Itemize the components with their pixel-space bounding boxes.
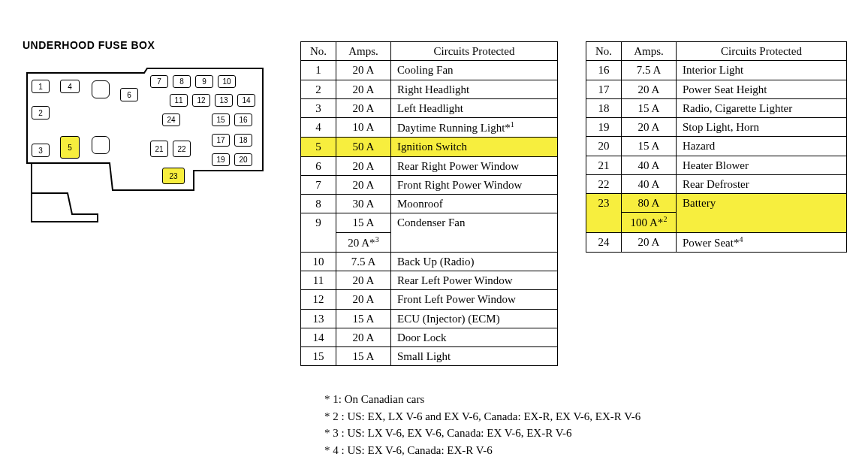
diagram-fuse-20: 20 bbox=[234, 153, 252, 166]
cell-circuit: Small Light bbox=[391, 347, 558, 366]
cell-no: 6 bbox=[301, 156, 336, 175]
cell-circuit: Moonroof bbox=[391, 195, 558, 213]
diagram-fuse-4: 4 bbox=[60, 80, 80, 93]
col-amps: Amps. bbox=[336, 42, 391, 61]
table-row: 167.5 AInterior Light bbox=[586, 61, 847, 80]
table-row: 2240 ARear Defroster bbox=[586, 174, 847, 193]
footnote-line: * 1: On Canadian cars bbox=[324, 391, 640, 408]
cell-no: 11 bbox=[301, 271, 336, 290]
cell-no: 16 bbox=[586, 61, 622, 80]
diagram-fuse-10: 10 bbox=[218, 75, 236, 88]
cell-amps: 20 A bbox=[336, 98, 391, 117]
diagram-fuse-17: 17 bbox=[212, 134, 230, 147]
cell-no: 17 bbox=[586, 80, 622, 98]
cell-amps: 40 A bbox=[622, 174, 677, 193]
diagram-fuse-16: 16 bbox=[234, 113, 252, 126]
table-row: 1815 ARadio, Cigarette Lighter bbox=[586, 98, 847, 117]
col-circuits: Circuits Protected bbox=[391, 42, 558, 61]
diagram-fuse-13: 13 bbox=[215, 94, 233, 107]
diagram-fuse-12: 12 bbox=[192, 94, 210, 107]
table-row: 320 ALeft Headlight bbox=[301, 98, 558, 117]
cell-no: 9 bbox=[301, 213, 336, 253]
cell-amps: 10 A bbox=[336, 118, 391, 138]
cell-no: 1 bbox=[301, 61, 336, 80]
cell-circuit: Rear Right Power Window bbox=[391, 156, 558, 175]
cell-no: 24 bbox=[586, 232, 622, 252]
cell-amps: 20 A bbox=[336, 156, 391, 175]
col-amps: Amps. bbox=[622, 42, 677, 61]
cell-circuit: Interior Light bbox=[677, 61, 847, 80]
cell-no: 10 bbox=[301, 252, 336, 271]
cell-amps: 20 A bbox=[336, 80, 391, 98]
cell-circuit: Cooling Fan bbox=[391, 61, 558, 80]
table-row: 620 ARear Right Power Window bbox=[301, 156, 558, 175]
table-row: 1315 AECU (Injector) (ECM) bbox=[301, 309, 558, 328]
cell-no: 20 bbox=[586, 137, 622, 156]
col-circuits: Circuits Protected bbox=[677, 42, 847, 61]
table-row: 2140 AHeater Blower bbox=[586, 156, 847, 174]
cell-no: 14 bbox=[301, 328, 336, 346]
cell-amps: 30 A bbox=[336, 195, 391, 213]
cell-amps: 7.5 A bbox=[336, 252, 391, 271]
cell-no: 22 bbox=[586, 174, 622, 193]
table-row: 1720 APower Seat Height bbox=[586, 80, 847, 98]
fuse-table-2: No. Amps. Circuits Protected 167.5 AInte… bbox=[586, 41, 847, 253]
cell-no: 23 bbox=[586, 194, 622, 233]
diagram-fuse-21: 21 bbox=[150, 141, 168, 157]
table-row: 2380 ABattery bbox=[586, 194, 847, 213]
table-row: 1920 AStop Light, Horn bbox=[586, 118, 847, 137]
cell-amps: 15 A bbox=[336, 347, 391, 366]
cell-amps: 20 A bbox=[622, 118, 677, 137]
cell-amps: 15 A bbox=[336, 213, 391, 232]
table-row: 1220 AFront Left Power Window bbox=[301, 290, 558, 309]
cell-no: 13 bbox=[301, 309, 336, 328]
table-row: 107.5 ABack Up (Radio) bbox=[301, 252, 558, 271]
cell-amps: 20 A*3 bbox=[336, 232, 391, 252]
cell-circuit: Back Up (Radio) bbox=[391, 252, 558, 271]
cell-no: 5 bbox=[301, 138, 336, 156]
table-row: 830 AMoonroof bbox=[301, 195, 558, 213]
cell-amps: 15 A bbox=[336, 309, 391, 328]
cell-amps: 100 A*2 bbox=[622, 213, 677, 232]
cell-amps: 15 A bbox=[622, 98, 677, 117]
diagram-fuse-6: 6 bbox=[120, 88, 138, 101]
cell-circuit: Battery bbox=[677, 194, 847, 233]
diagram-fuse-15: 15 bbox=[212, 113, 230, 126]
diagram-fuse-23: 23 bbox=[162, 168, 185, 184]
diagram-fuse-7: 7 bbox=[150, 75, 168, 88]
diagram-fuse-5: 5 bbox=[60, 136, 80, 159]
cell-circuit: Power Seat*4 bbox=[677, 232, 847, 252]
cell-circuit: Right Headlight bbox=[391, 80, 558, 98]
cell-amps: 20 A bbox=[336, 61, 391, 80]
cell-circuit: Rear Left Power Window bbox=[391, 271, 558, 290]
col-no: No. bbox=[301, 42, 336, 61]
cell-amps: 7.5 A bbox=[622, 61, 677, 80]
cell-amps: 20 A bbox=[622, 80, 677, 98]
diagram-fuse-11: 11 bbox=[170, 94, 188, 107]
diagram-fuse-24: 24 bbox=[162, 113, 180, 126]
fuse-table-1: No. Amps. Circuits Protected 120 ACoolin… bbox=[300, 41, 558, 366]
table-row: 1120 ARear Left Power Window bbox=[301, 271, 558, 290]
diagram-fuse-2: 2 bbox=[32, 106, 50, 120]
cell-amps: 20 A bbox=[622, 232, 677, 252]
diagram-fuse-9: 9 bbox=[195, 75, 213, 88]
diagram-slot-blank bbox=[92, 136, 110, 154]
cell-amps: 20 A bbox=[336, 271, 391, 290]
cell-no: 8 bbox=[301, 195, 336, 213]
footnotes: * 1: On Canadian cars* 2 : US: EX, LX V-… bbox=[324, 391, 640, 458]
cell-circuit: ECU (Injector) (ECM) bbox=[391, 309, 558, 328]
diagram-fuse-14: 14 bbox=[237, 94, 255, 107]
footnote-line: * 3 : US: LX V-6, EX V-6, Canada: EX V-6… bbox=[324, 425, 640, 442]
table-row: 720 AFront Right Power Window bbox=[301, 175, 558, 194]
footnote-line: * 4 : US: EX V-6, Canada: EX-R V-6 bbox=[324, 442, 640, 459]
cell-circuit: Front Left Power Window bbox=[391, 290, 558, 309]
cell-circuit: Front Right Power Window bbox=[391, 175, 558, 194]
cell-amps: 20 A bbox=[336, 290, 391, 309]
cell-no: 3 bbox=[301, 98, 336, 117]
table-row: 220 ARight Headlight bbox=[301, 80, 558, 98]
cell-amps: 15 A bbox=[622, 137, 677, 156]
diagram-fuse-1: 1 bbox=[32, 80, 50, 93]
cell-circuit: Door Lock bbox=[391, 328, 558, 346]
table-row: 2420 APower Seat*4 bbox=[586, 232, 847, 252]
cell-circuit: Heater Blower bbox=[677, 156, 847, 174]
